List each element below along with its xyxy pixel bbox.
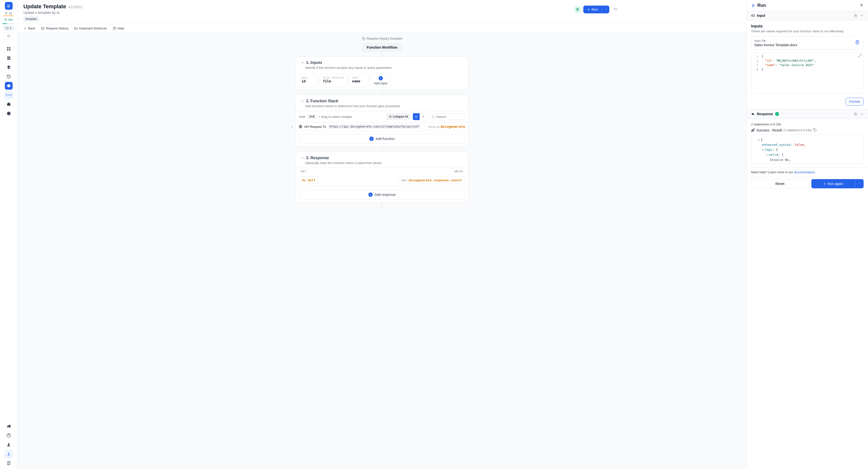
nav-help[interactable] [5, 432, 13, 439]
env-tag[interactable]: live [3, 18, 14, 22]
input-pill-name[interactable]: text name [349, 74, 368, 87]
workspace-avatar[interactable]: D [5, 2, 13, 10]
chevron-left-icon [23, 27, 27, 30]
layers-icon [6, 65, 11, 69]
stack-row[interactable]: 1 API Request To https://api.docugenerat… [296, 122, 468, 131]
nav-function[interactable]: f(x) [5, 91, 13, 99]
user-icon [6, 442, 11, 447]
reset-button[interactable]: Reset [751, 179, 809, 188]
page-title: Update Template [23, 3, 66, 10]
run-again-dropdown[interactable] [855, 179, 864, 188]
expand-editor-button[interactable] [858, 54, 862, 58]
chevron-up-icon[interactable] [860, 112, 864, 116]
json-input-editor[interactable]: 1234 { "id": "MKj0H7tsiHKIc5rlzJWf", "na… [751, 53, 864, 94]
svg-rect-6 [9, 47, 10, 48]
inputs-card: 1. Inputs Specify if this function accep… [296, 56, 468, 90]
add-input-button[interactable]: + Add input [370, 74, 391, 87]
branch-label: v1 [9, 12, 12, 15]
inputs-desc: These are values required for your funct… [751, 29, 864, 33]
nav-library[interactable] [5, 82, 13, 90]
run-again-group: Run again [811, 179, 864, 188]
response-json[interactable]: ▾{ enhanced_syntax: false, ▾tags: { ▾val… [751, 135, 864, 164]
stack-search[interactable] [429, 113, 465, 120]
nav-dashboard[interactable] [5, 45, 13, 53]
usage-bar [2, 23, 15, 24]
nav-storage[interactable] [5, 100, 13, 108]
more-button[interactable] [612, 5, 619, 13]
shortcuts-button[interactable]: Keyboard Shortcuts [74, 27, 107, 30]
inputs-toggle[interactable]: 1. Inputs [301, 61, 463, 65]
nav-layers[interactable] [5, 63, 13, 71]
history-icon [41, 27, 44, 30]
shift-key: Shift [307, 114, 316, 119]
response-desc: Optionally have this function return a v… [305, 161, 463, 165]
chevron-up-icon[interactable] [860, 14, 864, 17]
workflow-chip[interactable]: Function Workflow [363, 43, 401, 52]
run-again-label: Run again [828, 182, 843, 186]
nav-database[interactable] [5, 54, 13, 62]
success-label: Success - Result [756, 128, 782, 132]
copy-button[interactable] [813, 128, 816, 132]
request-history-button[interactable]: Request History [41, 27, 68, 30]
input-icon [751, 13, 755, 18]
input-section-head[interactable]: Input [747, 11, 868, 20]
view-numbered[interactable] [420, 113, 427, 120]
unlock-icon[interactable] [854, 14, 857, 17]
history-label: Request History [46, 27, 68, 30]
add-response-button[interactable]: + Add response [299, 190, 465, 200]
unlock-icon[interactable] [854, 112, 857, 116]
input-type: file resource [323, 76, 344, 79]
stack-search-input[interactable] [436, 115, 462, 119]
svg-point-22 [432, 115, 434, 118]
input-pill-id[interactable]: text id [298, 74, 318, 87]
left-rail: D v1 live 1 f(x) [0, 0, 18, 469]
input-pill-file[interactable]: file resource file [320, 74, 347, 87]
nav-download[interactable] [5, 450, 13, 458]
response-toggle[interactable]: 3. Response [301, 156, 463, 160]
nav-settings[interactable] [5, 110, 13, 118]
nav-docs[interactable] [5, 459, 13, 467]
plus-icon: + [378, 76, 383, 80]
response-card: 3. Response Optionally have this functio… [296, 152, 468, 203]
tag-badge[interactable]: template [23, 16, 39, 22]
collapse-all-button[interactable]: Collapse All [386, 113, 411, 120]
help-button[interactable]: Help [113, 27, 124, 30]
code-content[interactable]: { "id": "MKj0H7tsiHKIc5rlzJWf", "name": … [760, 53, 818, 94]
rail-search-button[interactable] [3, 32, 14, 40]
response-key[interactable]: As Self [299, 176, 318, 184]
stack-toggle[interactable]: 2. Function Stack [301, 99, 463, 103]
panel-title: Run [757, 3, 766, 8]
close-panel-button[interactable] [859, 3, 864, 8]
branch-tag[interactable]: v1 [4, 11, 13, 16]
comments-chip[interactable]: 1 [3, 26, 14, 31]
view-list[interactable] [413, 113, 420, 120]
svg-rect-9 [7, 57, 10, 58]
nav-user[interactable] [5, 441, 13, 448]
svg-point-17 [615, 9, 616, 9]
inputs-desc: Specify if this function accepts any inp… [305, 66, 463, 69]
comment-icon [6, 27, 9, 30]
run-button[interactable]: Run [583, 6, 602, 13]
row-label: API Request To [304, 125, 326, 129]
grid-icon [6, 47, 11, 51]
current-user-avatar[interactable]: D [574, 6, 581, 13]
nav-announce[interactable] [5, 422, 13, 430]
response-value[interactable]: var:docugenerate.response.result [398, 176, 465, 184]
collapse-label: Collapse All [393, 115, 408, 118]
add-function-button[interactable]: + Add function [299, 134, 465, 144]
function-stack-card: 2. Function Stack Add functions below to… [296, 95, 468, 147]
back-button[interactable]: Back [23, 27, 35, 30]
run-dropdown[interactable] [602, 6, 609, 13]
play-outline-icon [751, 3, 755, 8]
row-index: 1 [291, 125, 293, 128]
run-again-button[interactable]: Run again [811, 179, 855, 188]
format-button[interactable]: Format [846, 98, 864, 105]
run-label: Run [592, 7, 598, 11]
input-type: text [352, 76, 365, 79]
svg-point-14 [8, 443, 9, 445]
trash-icon [855, 40, 860, 44]
nav-history[interactable] [5, 73, 13, 80]
response-section-head[interactable]: Response ✓ [747, 109, 868, 119]
delete-file-button[interactable] [854, 39, 861, 46]
documentation-link[interactable]: documentation [794, 170, 814, 174]
